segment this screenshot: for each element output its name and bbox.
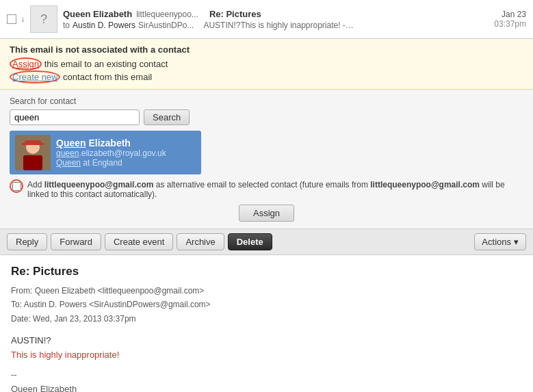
alternative-email-checkbox-circle bbox=[10, 179, 23, 193]
email-line1: AUSTIN!? bbox=[11, 334, 522, 348]
actions-chevron-icon: ▾ bbox=[514, 237, 519, 247]
actions-label: Actions bbox=[482, 237, 511, 247]
reply-button[interactable]: Reply bbox=[7, 233, 47, 250]
contact-location-suffix: at England bbox=[81, 158, 122, 168]
assign-contact-link[interactable]: Assign bbox=[12, 59, 39, 69]
contact-email-suffix: .elizabeth@royal.gov.uk bbox=[79, 148, 166, 158]
email-body: Re: Pictures From: Queen Elizabeth <litt… bbox=[0, 255, 533, 392]
sender-name: Queen Elizabeth bbox=[63, 9, 132, 19]
search-label: Search for contact bbox=[10, 96, 523, 106]
archive-button[interactable]: Archive bbox=[177, 233, 224, 250]
email-date-full: Date: Wed, Jan 23, 2013 03:37pm bbox=[11, 312, 522, 326]
svg-rect-5 bbox=[22, 143, 44, 145]
forward-button[interactable]: Forward bbox=[51, 233, 101, 250]
email-select-checkbox[interactable] bbox=[7, 14, 16, 24]
alt-email-address: littlequeenypoo@gmail.com bbox=[44, 180, 154, 190]
email-separator: -- Queen Elizabeth bbox=[11, 368, 522, 392]
create-contact-link[interactable]: Create new bbox=[12, 72, 57, 82]
contact-result-location: Queen at England bbox=[56, 158, 166, 168]
email-sig-dash: -- bbox=[11, 368, 522, 382]
assign-contact-line: Assign this email to an existing contact bbox=[10, 57, 523, 70]
assign-suffix-text: this email to an existing contact bbox=[44, 59, 168, 69]
create-event-button[interactable]: Create event bbox=[105, 233, 173, 250]
delete-button[interactable]: Delete bbox=[228, 233, 272, 250]
email-header-controls: ↓ bbox=[7, 14, 25, 24]
search-button[interactable]: Search bbox=[144, 109, 190, 125]
search-section: Search for contact Search Queen Elizabet… bbox=[0, 90, 533, 229]
contact-name-suffix: Elizabeth bbox=[86, 138, 131, 148]
alternative-email-label: Add littlequeenypoo@gmail.com as alterna… bbox=[27, 180, 523, 199]
actions-dropdown-button[interactable]: Actions ▾ bbox=[474, 233, 526, 250]
email-content: AUSTIN!? This is highly inappropriate! -… bbox=[11, 334, 522, 392]
create-suffix-text: contact from this email bbox=[63, 72, 152, 82]
email-line2: This is highly inappropriate! bbox=[11, 348, 522, 363]
alternative-email-row: Add littlequeenypoo@gmail.com as alterna… bbox=[10, 180, 523, 199]
sender-email-short: littlequeenypoo... bbox=[136, 10, 198, 19]
search-input[interactable] bbox=[10, 109, 140, 125]
sort-arrow-icon[interactable]: ↓ bbox=[21, 14, 25, 24]
create-contact-line: Create new contact from this email bbox=[10, 70, 523, 83]
email-date-time: Jan 23 03:37pm bbox=[494, 10, 526, 29]
email-body-subject: Re: Pictures bbox=[11, 265, 522, 278]
email-signature: Queen Elizabeth bbox=[11, 382, 522, 392]
contact-location-highlight: Queen bbox=[56, 158, 81, 168]
email-preview-text: AUSTIN!?This is highly inappropriate! --… bbox=[203, 21, 354, 30]
email-date: Jan 23 bbox=[494, 10, 526, 19]
contact-result-avatar bbox=[15, 135, 51, 170]
contact-result-name: Queen Elizabeth bbox=[56, 138, 166, 148]
contact-result-email: queen.elizabeth@royal.gov.uk bbox=[56, 148, 166, 158]
contact-result-info: Queen Elizabeth queen.elizabeth@royal.go… bbox=[56, 138, 166, 168]
contact-result-card[interactable]: Queen Elizabeth queen.elizabeth@royal.go… bbox=[10, 131, 201, 174]
email-from: From: Queen Elizabeth <littlequeenpoo@gm… bbox=[11, 284, 522, 298]
contact-association-panel: This email is not associated with a cont… bbox=[0, 39, 533, 90]
action-bar: Reply Forward Create event Archive Delet… bbox=[0, 229, 533, 255]
contact-name-highlight: Queen bbox=[56, 138, 86, 148]
email-time: 03:37pm bbox=[494, 19, 526, 29]
to-label: to bbox=[63, 21, 70, 30]
sender-avatar: ? bbox=[30, 5, 57, 33]
alt-email-text1: Add bbox=[27, 180, 44, 190]
email-summary: Queen Elizabeth littlequeenypoo... Re: P… bbox=[63, 9, 489, 30]
alternative-email-checkbox[interactable] bbox=[12, 182, 21, 191]
email-subject-short: Re: Pictures bbox=[209, 9, 261, 19]
contact-panel-title: This email is not associated with a cont… bbox=[10, 44, 523, 55]
search-row: Search bbox=[10, 109, 523, 125]
to-name: Austin D. Powers bbox=[73, 21, 135, 30]
to-email-short: SirAustinDPo... bbox=[138, 21, 194, 30]
email-to: To: Austin D. Powers <SirAustinDPowers@g… bbox=[11, 298, 522, 311]
contact-email-highlight: queen bbox=[56, 148, 79, 158]
assign-button[interactable]: Assign bbox=[239, 205, 294, 222]
svg-rect-2 bbox=[23, 155, 42, 170]
action-bar-left: Reply Forward Create event Archive Delet… bbox=[7, 233, 272, 250]
alt-email-text2: as alternative email to selected contact… bbox=[153, 180, 370, 190]
email-header-row: ↓ ? Queen Elizabeth littlequeenypoo... R… bbox=[0, 0, 533, 39]
alt-email-address2: littlequeenypoo@gmail.com bbox=[370, 180, 480, 190]
assign-button-row: Assign bbox=[10, 205, 523, 222]
email-meta: From: Queen Elizabeth <littlequeenpoo@gm… bbox=[11, 284, 522, 326]
